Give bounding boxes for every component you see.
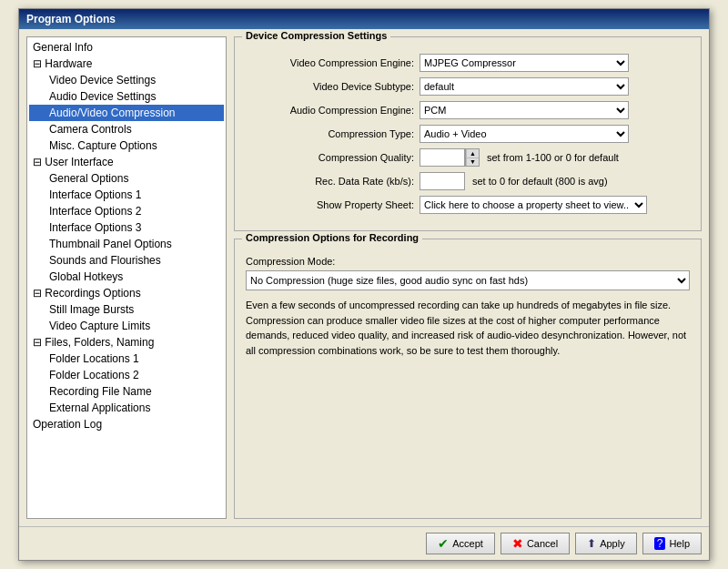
comp-description: Even a few seconds of uncompressed recor…	[246, 298, 690, 358]
rec-data-rate-hint: set to 0 for default (800 is avg)	[472, 176, 608, 187]
dialog-content: General Info⊟ HardwareVideo Device Setti…	[19, 29, 709, 526]
tree-item-thumbnail-panel-options[interactable]: Thumbnail Panel Options	[29, 236, 224, 252]
tree-item-folder-locations-1[interactable]: Folder Locations 1	[29, 351, 224, 367]
tree-item-sounds-and-flourishes[interactable]: Sounds and Flourishes	[29, 252, 224, 269]
comp-quality-label: Compression Quality:	[246, 152, 414, 163]
device-compression-title: Device Compression Settings	[242, 30, 390, 41]
device-compression-group: Device Compression Settings Video Compre…	[234, 36, 702, 231]
show-property-control: Click here to choose a property sheet to…	[420, 196, 690, 214]
tree-item-files-folders-naming[interactable]: ⊟ Files, Folders, Naming	[29, 334, 224, 351]
tree-item-general-info[interactable]: General Info	[29, 39, 224, 56]
video-engine-control: MJPEG CompressorNoneOther	[420, 54, 690, 72]
comp-options-group: Compression Options for Recording Compre…	[234, 239, 702, 519]
audio-engine-row: Audio Compression Engine: PCMNoneMP3	[246, 101, 690, 119]
button-bar: ✔ Accept ✖ Cancel ⬆ Apply ? Help	[19, 526, 709, 560]
comp-mode-label-text: Compression Mode:	[246, 256, 690, 267]
rec-data-rate-label: Rec. Data Rate (kb/s):	[246, 176, 414, 187]
program-options-dialog: Program Options General Info⊟ HardwareVi…	[18, 8, 710, 561]
comp-quality-up-btn[interactable]: ▲	[466, 149, 479, 158]
rec-data-rate-control: 0 set to 0 for default (800 is avg)	[420, 172, 690, 190]
comp-quality-spinner: 0 ▲ ▼	[420, 148, 480, 167]
audio-engine-select[interactable]: PCMNoneMP3	[420, 101, 629, 119]
tree-item-interface-options-2[interactable]: Interface Options 2	[29, 203, 224, 219]
tree-item-audio-video-compression[interactable]: Audio/Video Compression	[29, 105, 224, 121]
show-property-select[interactable]: Click here to choose a property sheet to…	[420, 196, 647, 214]
tree-item-user-interface[interactable]: ⊟ User Interface	[29, 154, 224, 170]
tree-item-interface-options-3[interactable]: Interface Options 3	[29, 219, 224, 236]
comp-quality-row: Compression Quality: 0 ▲ ▼ set from 1-10…	[246, 148, 690, 167]
audio-engine-label: Audio Compression Engine:	[246, 105, 414, 116]
help-label: Help	[669, 538, 690, 549]
comp-type-select[interactable]: Audio + VideoVideo OnlyAudio OnlyNone	[420, 125, 629, 143]
apply-button[interactable]: ⬆ Apply	[575, 533, 637, 554]
tree-item-audio-device-settings[interactable]: Audio Device Settings	[29, 88, 224, 105]
video-subtype-control: default	[420, 77, 690, 96]
cancel-button[interactable]: ✖ Cancel	[500, 533, 570, 554]
comp-type-control: Audio + VideoVideo OnlyAudio OnlyNone	[420, 125, 690, 143]
dialog-title: Program Options	[26, 13, 116, 25]
cancel-icon: ✖	[512, 536, 523, 551]
tree-item-video-device-settings[interactable]: Video Device Settings	[29, 72, 224, 88]
cancel-label: Cancel	[527, 538, 558, 549]
comp-quality-input[interactable]: 0	[420, 148, 465, 167]
tree-item-general-options[interactable]: General Options	[29, 170, 224, 187]
tree-item-operation-log[interactable]: Operation Log	[29, 416, 224, 432]
dialog-titlebar: Program Options	[19, 9, 709, 29]
comp-type-label: Compression Type:	[246, 128, 414, 139]
accept-icon: ✔	[438, 536, 449, 551]
tree-item-video-capture-limits[interactable]: Video Capture Limits	[29, 318, 224, 334]
tree-item-still-image-bursts[interactable]: Still Image Bursts	[29, 301, 224, 318]
audio-engine-control: PCMNoneMP3	[420, 101, 690, 119]
tree-item-recording-file-name[interactable]: Recording File Name	[29, 383, 224, 400]
show-property-row: Show Property Sheet: Click here to choos…	[246, 196, 690, 214]
video-subtype-row: Video Device Subtype: default	[246, 77, 690, 96]
help-button[interactable]: ? Help	[642, 533, 702, 554]
comp-type-row: Compression Type: Audio + VideoVideo Onl…	[246, 125, 690, 143]
rec-data-rate-row: Rec. Data Rate (kb/s): 0 set to 0 for de…	[246, 172, 690, 190]
tree-item-camera-controls[interactable]: Camera Controls	[29, 121, 224, 137]
comp-quality-hint: set from 1-100 or 0 for default	[487, 152, 619, 163]
tree-item-recordings-options[interactable]: ⊟ Recordings Options	[29, 285, 224, 301]
video-engine-row: Video Compression Engine: MJPEG Compress…	[246, 54, 690, 72]
show-property-label: Show Property Sheet:	[246, 199, 414, 210]
comp-options-title: Compression Options for Recording	[242, 232, 422, 243]
comp-mode-select[interactable]: No Compression (huge size files, good au…	[246, 270, 690, 290]
video-engine-select[interactable]: MJPEG CompressorNoneOther	[420, 54, 629, 72]
help-icon: ?	[654, 537, 666, 550]
video-engine-label: Video Compression Engine:	[246, 57, 414, 68]
tree-item-external-applications[interactable]: External Applications	[29, 400, 224, 416]
comp-quality-control: 0 ▲ ▼ set from 1-100 or 0 for default	[420, 148, 690, 167]
tree-item-global-hotkeys[interactable]: Global Hotkeys	[29, 269, 224, 285]
tree-item-folder-locations-2[interactable]: Folder Locations 2	[29, 367, 224, 383]
rec-data-rate-input[interactable]: 0	[420, 172, 465, 190]
tree-item-interface-options-1[interactable]: Interface Options 1	[29, 187, 224, 203]
accept-button[interactable]: ✔ Accept	[426, 533, 495, 554]
tree-item-hardware[interactable]: ⊟ Hardware	[29, 56, 224, 72]
tree-item-misc-capture-options[interactable]: Misc. Capture Options	[29, 137, 224, 154]
comp-quality-spinner-btns: ▲ ▼	[465, 148, 480, 167]
apply-label: Apply	[600, 538, 625, 549]
right-panel: Device Compression Settings Video Compre…	[234, 36, 702, 519]
apply-icon: ⬆	[587, 537, 596, 550]
video-subtype-label: Video Device Subtype:	[246, 81, 414, 92]
tree-panel: General Info⊟ HardwareVideo Device Setti…	[26, 36, 227, 519]
accept-label: Accept	[452, 538, 483, 549]
video-subtype-select[interactable]: default	[420, 77, 629, 96]
comp-quality-down-btn[interactable]: ▼	[466, 158, 479, 167]
